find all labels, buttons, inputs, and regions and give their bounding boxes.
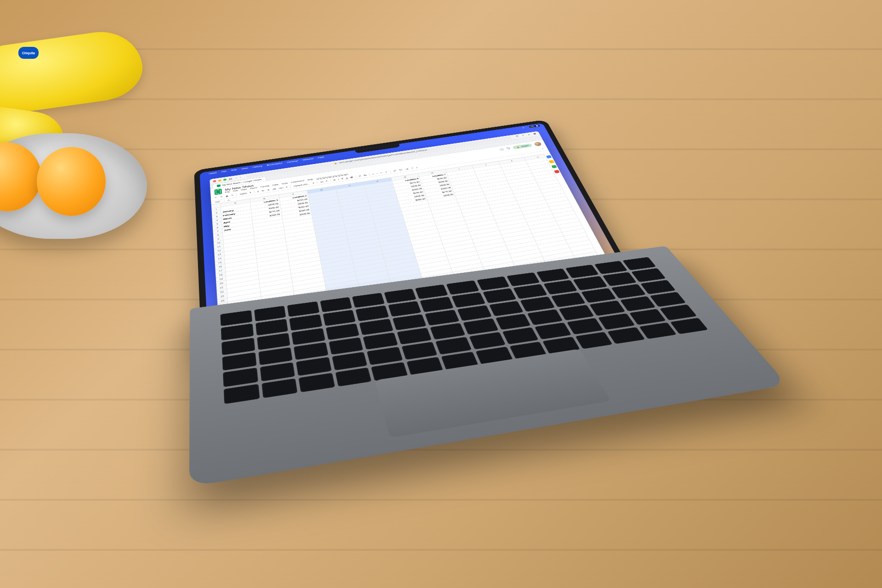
new-tab-button[interactable]: ＋ (526, 133, 531, 136)
zoom-select[interactable]: 100% (239, 192, 247, 195)
orange (37, 147, 106, 216)
calendar-sidepanel-icon[interactable] (546, 155, 551, 158)
sheets-favicon (217, 184, 220, 187)
menu-tools[interactable]: Tools (281, 182, 288, 185)
comment-button[interactable]: 💬 (399, 169, 403, 171)
menubar-item[interactable]: Develop (287, 159, 298, 163)
wrap-button[interactable]: ↩ (380, 172, 383, 174)
menu-file[interactable]: File (225, 191, 230, 193)
close-window-button[interactable] (213, 180, 216, 182)
increase-decimal-button[interactable]: .00 (272, 188, 276, 190)
rotate-button[interactable]: ⤢ (385, 171, 388, 173)
menu-insert[interactable]: Insert (250, 187, 257, 189)
lock-icon: 🔒 (515, 146, 520, 148)
font-size-select[interactable]: 10 (320, 181, 323, 183)
contacts-sidepanel-icon[interactable] (554, 170, 560, 173)
italic-button[interactable]: I (338, 178, 339, 180)
google-sheets-logo[interactable] (215, 189, 222, 195)
chevron-down-icon: ▾ (326, 180, 328, 182)
redo-button[interactable]: ↷ (220, 196, 223, 198)
undo-button[interactable]: ↶ (215, 197, 218, 199)
browser-nav-icons: ▤ ‹ › (229, 176, 241, 180)
tabs-overview-button[interactable]: ▣ (532, 132, 537, 136)
menubar-item[interactable]: View (241, 167, 248, 170)
meet-icon[interactable]: 🗨 (506, 147, 510, 150)
banana (0, 27, 147, 116)
window-traffic-lights (213, 178, 226, 182)
back-button[interactable]: ‹ (236, 177, 237, 179)
link-button[interactable]: 🔗 (393, 170, 397, 172)
menubar-item[interactable]: History (253, 165, 263, 168)
forward-button[interactable]: › (240, 176, 241, 178)
functions-button[interactable]: Σ (416, 167, 418, 169)
filter-button[interactable]: ▽ (411, 167, 413, 170)
keep-sidepanel-icon[interactable] (548, 160, 554, 163)
camera-icon: 📷 (531, 125, 535, 127)
laptop: 📷 ◼ Safari File Edit View History Bookma… (170, 18, 698, 560)
menubar-app-name[interactable]: Safari (209, 171, 217, 175)
comments-icon[interactable]: 🕑 (498, 148, 504, 151)
stop-icon: ◼ (536, 125, 538, 127)
share-icon[interactable]: ⇪ (521, 134, 525, 137)
menu-data[interactable]: Data (272, 184, 278, 187)
sidebar-toggle-icon[interactable]: ▤ (229, 177, 232, 180)
fill-color-button[interactable]: ▦ (350, 176, 353, 179)
currency-button[interactable]: $ (257, 191, 259, 192)
menu-edit[interactable]: Edit (233, 190, 238, 192)
collapse-toolbar-button[interactable]: ㅅ (541, 147, 544, 150)
chevron-down-icon: ▾ (286, 186, 288, 188)
paint-format-button[interactable]: ✎ (231, 194, 234, 197)
more-formats-button[interactable]: 123 (278, 187, 283, 189)
borders-button[interactable]: ⊞ (358, 175, 361, 177)
menubar-item[interactable]: Edit (231, 169, 237, 171)
text-color-button[interactable]: A (345, 177, 348, 179)
minimize-window-button[interactable] (218, 179, 221, 181)
percent-button[interactable]: % (261, 190, 264, 192)
menubar-item[interactable]: Bookmarks (267, 162, 283, 166)
chevron-down-icon: ▾ (313, 182, 315, 184)
menu-help[interactable]: Help (307, 178, 313, 181)
bold-button[interactable]: B (333, 179, 335, 181)
menubar-item[interactable]: Help (318, 156, 324, 158)
account-avatar[interactable] (534, 141, 542, 146)
tasks-sidepanel-icon[interactable] (551, 165, 557, 168)
wifi-icon[interactable]: ᯤ (522, 127, 526, 129)
fullscreen-window-button[interactable] (223, 178, 226, 181)
chevron-down-icon: ▾ (249, 192, 251, 194)
merge-button[interactable]: ⿻ (363, 174, 367, 176)
share-label: Share (520, 144, 529, 147)
fruit-bowl: Chiquita (0, 9, 175, 266)
menu-view[interactable]: View (241, 188, 247, 191)
print-button[interactable]: 🖶 (226, 195, 228, 198)
decrease-decimal-button[interactable]: .0 (267, 189, 270, 191)
reload-button[interactable]: ⟳ (515, 135, 520, 138)
menubar-item[interactable]: File (221, 170, 226, 173)
banana-sticker: Chiquita (18, 47, 39, 59)
strike-button[interactable]: S̶ (341, 178, 343, 180)
h-align-button[interactable]: ≡ (372, 173, 374, 175)
chart-button[interactable]: 📊 (405, 168, 409, 170)
menubar-item[interactable]: Window (302, 158, 313, 161)
lock-icon: 🔒 (334, 162, 338, 164)
v-align-button[interactable]: ↕ (376, 173, 378, 175)
